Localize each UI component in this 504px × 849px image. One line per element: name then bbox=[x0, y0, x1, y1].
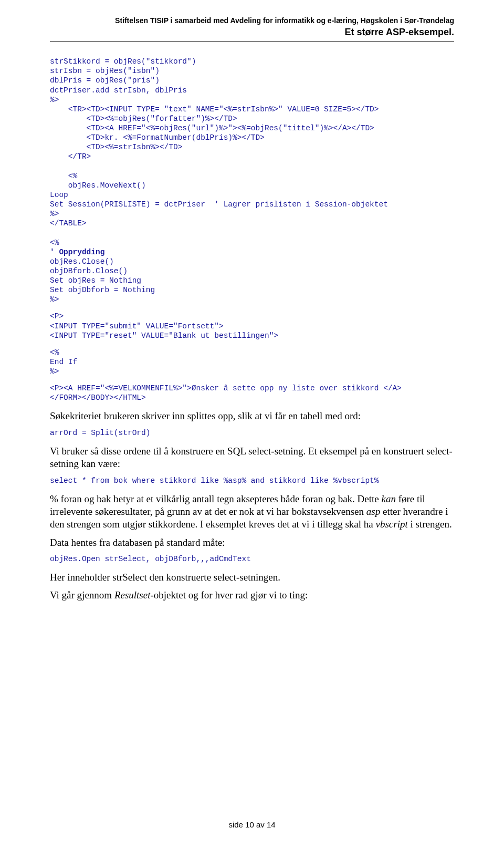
code-line: %> bbox=[50, 295, 59, 304]
text-run: Vi går gjennom bbox=[50, 589, 114, 600]
code-line: <% bbox=[50, 172, 77, 180]
page-header: Stiftelsen TISIP i samarbeid med Avdelin… bbox=[50, 16, 454, 38]
code-line: </TABLE> bbox=[50, 219, 87, 227]
code-line: %> bbox=[50, 96, 59, 104]
code-line: objDBforb.Close() bbox=[50, 267, 128, 275]
code-select: select * from bok where stikkord like %a… bbox=[50, 476, 454, 485]
code-line: <TD><%=strIsbn%></TD> bbox=[50, 143, 182, 151]
code-line: <% bbox=[50, 239, 59, 247]
code-line: <INPUT TYPE="reset" VALUE="Blank ut best… bbox=[50, 332, 278, 340]
code-line: <TD><%=objRes("forfatter")%></TD> bbox=[50, 115, 237, 123]
text-run-italic: kan bbox=[382, 493, 396, 504]
code-line: %> bbox=[50, 367, 59, 376]
content-area: strStikkord = objRes("stikkord") strIsbn… bbox=[50, 42, 454, 602]
text-run-italic: vbscript bbox=[376, 519, 408, 530]
code-line: objRes.MoveNext() bbox=[50, 181, 146, 190]
code-block-2: <P> <INPUT TYPE="submit" VALUE="Fortsett… bbox=[50, 312, 454, 340]
code-line: dblPris = objRes("pris") bbox=[50, 76, 160, 85]
code-line: Set Session(PRISLISTE) = dctPriser ' Lag… bbox=[50, 200, 388, 209]
code-line: strStikkord = objRes("stikkord") bbox=[50, 57, 196, 66]
text-run: -objektet og for hver rad gjør vi to tin… bbox=[150, 589, 308, 600]
paragraph-6: Vi går gjennom Resultset-objektet og for… bbox=[50, 589, 454, 602]
text-run: i strengen. bbox=[408, 519, 452, 530]
paragraph-1: Søkekriteriet brukeren skriver inn split… bbox=[50, 410, 454, 422]
code-block-3: <% End If %> bbox=[50, 348, 454, 376]
code-line: Set objDbforb = Nothing bbox=[50, 286, 155, 294]
paragraph-2: Vi bruker så disse ordene til å konstrue… bbox=[50, 445, 454, 471]
code-line: strIsbn = objRes("isbn") bbox=[50, 67, 160, 75]
code-line-bold: ' Opprydding bbox=[50, 248, 104, 256]
code-objresopen: objRes.Open strSelect, objDBforb,,,adCmd… bbox=[50, 554, 454, 564]
code-line: <TD>kr. <%=FormatNumber(dblPris)%></TD> bbox=[50, 133, 265, 142]
page-footer: side 10 av 14 bbox=[0, 820, 504, 829]
code-line: <INPUT TYPE="submit" VALUE="Fortsett"> bbox=[50, 322, 224, 330]
code-line: <P> bbox=[50, 312, 64, 320]
code-line: </TR> bbox=[50, 152, 91, 161]
code-line: Loop bbox=[50, 191, 68, 199]
code-line: dctPriser.add strIsbn, dblPris bbox=[50, 86, 187, 95]
code-line: <% bbox=[50, 348, 59, 357]
code-arrord: arrOrd = Split(strOrd) bbox=[50, 428, 454, 438]
text-run-italic: Resultset bbox=[114, 589, 151, 600]
paragraph-4: Data hentes fra databasen på standard må… bbox=[50, 536, 454, 549]
code-line: <TR><TD><INPUT TYPE= "text" NAME="<%=str… bbox=[50, 105, 379, 113]
code-line: End If bbox=[50, 358, 77, 366]
code-block-4: <P><A HREF="<%=VELKOMMENFIL%>">Ønsker å … bbox=[50, 384, 454, 402]
page: Stiftelsen TISIP i samarbeid med Avdelin… bbox=[0, 0, 504, 849]
header-line-1: Stiftelsen TISIP i samarbeid med Avdelin… bbox=[50, 16, 454, 26]
code-line: <P><A HREF="<%=VELKOMMENFIL%>">Ønsker å … bbox=[50, 384, 402, 392]
text-run-italic: asp bbox=[366, 506, 380, 517]
paragraph-3: % foran og bak betyr at et vilkårlig ant… bbox=[50, 493, 454, 531]
text-run: % foran og bak betyr at et vilkårlig ant… bbox=[50, 493, 382, 504]
code-line: <TD><A HREF="<%=objRes("url")%>"><%=objR… bbox=[50, 124, 374, 132]
code-line: </FORM></BODY></HTML> bbox=[50, 394, 146, 402]
paragraph-5: Her inneholder strSelect den konstruerte… bbox=[50, 571, 454, 584]
code-line: objRes.Close() bbox=[50, 257, 114, 266]
header-line-2: Et større ASP-eksempel. bbox=[50, 26, 454, 38]
code-line: Set objRes = Nothing bbox=[50, 276, 141, 285]
code-line: %> bbox=[50, 210, 59, 218]
code-block-1: strStikkord = objRes("stikkord") strIsbn… bbox=[50, 57, 454, 304]
